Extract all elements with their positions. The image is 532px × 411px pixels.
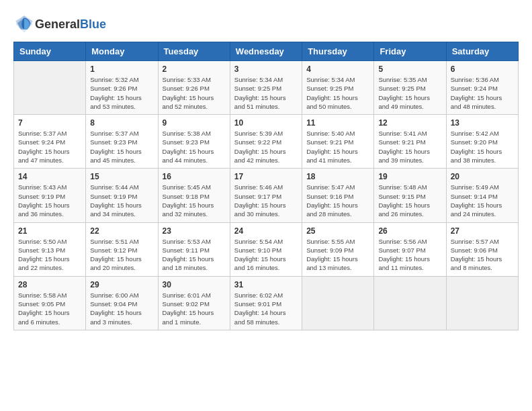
day-info: Sunrise: 5:46 AM Sunset: 9:17 PM Dayligh… [234,183,298,218]
day-info: Sunrise: 5:44 AM Sunset: 9:19 PM Dayligh… [90,183,153,218]
week-row-1: 1Sunrise: 5:32 AM Sunset: 9:26 PM Daylig… [14,61,519,115]
calendar-cell: 13Sunrise: 5:42 AM Sunset: 9:20 PM Dayli… [446,115,518,169]
logo: General Blue [13,13,106,35]
day-number: 4 [306,64,369,74]
day-info: Sunrise: 5:38 AM Sunset: 9:23 PM Dayligh… [163,129,226,165]
calendar-cell: 18Sunrise: 5:47 AM Sunset: 9:16 PM Dayli… [302,169,374,222]
day-info: Sunrise: 5:37 AM Sunset: 9:24 PM Dayligh… [18,129,81,165]
weekday-header-friday: Friday [374,42,446,61]
week-row-5: 28Sunrise: 5:58 AM Sunset: 9:05 PM Dayli… [14,276,519,330]
day-info: Sunrise: 5:36 AM Sunset: 9:24 PM Dayligh… [451,75,514,111]
calendar-cell: 9Sunrise: 5:38 AM Sunset: 9:23 PM Daylig… [158,115,230,169]
calendar-cell: 22Sunrise: 5:51 AM Sunset: 9:12 PM Dayli… [86,222,158,276]
day-number: 13 [451,118,514,128]
calendar-cell [374,276,446,330]
weekday-header-tuesday: Tuesday [158,42,230,61]
day-info: Sunrise: 5:47 AM Sunset: 9:16 PM Dayligh… [306,183,369,218]
day-number: 29 [90,280,153,289]
day-info: Sunrise: 5:33 AM Sunset: 9:26 PM Dayligh… [163,75,226,111]
day-number: 19 [378,172,441,181]
calendar-cell: 23Sunrise: 5:53 AM Sunset: 9:11 PM Dayli… [158,222,230,276]
calendar-cell: 21Sunrise: 5:50 AM Sunset: 9:13 PM Dayli… [14,222,86,276]
day-number: 5 [378,64,441,74]
day-info: Sunrise: 5:39 AM Sunset: 9:22 PM Dayligh… [234,129,298,165]
day-number: 16 [163,172,226,181]
day-number: 7 [18,118,81,128]
day-number: 15 [90,172,153,181]
calendar-cell: 4Sunrise: 5:34 AM Sunset: 9:25 PM Daylig… [302,61,374,115]
day-info: Sunrise: 5:50 AM Sunset: 9:13 PM Dayligh… [18,237,81,273]
day-info: Sunrise: 5:48 AM Sunset: 9:15 PM Dayligh… [378,183,441,218]
day-info: Sunrise: 5:53 AM Sunset: 9:11 PM Dayligh… [163,237,226,273]
day-info: Sunrise: 5:42 AM Sunset: 9:20 PM Dayligh… [451,129,514,165]
calendar-cell: 8Sunrise: 5:37 AM Sunset: 9:23 PM Daylig… [86,115,158,169]
day-info: Sunrise: 5:45 AM Sunset: 9:18 PM Dayligh… [163,183,226,218]
day-info: Sunrise: 5:34 AM Sunset: 9:25 PM Dayligh… [234,75,298,111]
calendar-cell [302,276,374,330]
day-info: Sunrise: 5:56 AM Sunset: 9:07 PM Dayligh… [378,237,441,273]
day-number: 23 [163,226,226,236]
day-info: Sunrise: 5:54 AM Sunset: 9:10 PM Dayligh… [234,237,298,273]
calendar-cell: 24Sunrise: 5:54 AM Sunset: 9:10 PM Dayli… [230,222,302,276]
calendar-cell: 28Sunrise: 5:58 AM Sunset: 9:05 PM Dayli… [14,276,86,330]
logo-blue: Blue [80,17,106,32]
day-info: Sunrise: 5:32 AM Sunset: 9:26 PM Dayligh… [90,75,153,111]
calendar-cell: 19Sunrise: 5:48 AM Sunset: 9:15 PM Dayli… [374,169,446,222]
calendar-cell: 16Sunrise: 5:45 AM Sunset: 9:18 PM Dayli… [158,169,230,222]
day-info: Sunrise: 5:34 AM Sunset: 9:25 PM Dayligh… [306,75,369,111]
calendar-cell: 31Sunrise: 6:02 AM Sunset: 9:01 PM Dayli… [230,276,302,330]
day-number: 26 [378,226,441,236]
calendar-cell: 26Sunrise: 5:56 AM Sunset: 9:07 PM Dayli… [374,222,446,276]
day-info: Sunrise: 5:51 AM Sunset: 9:12 PM Dayligh… [90,237,153,273]
day-number: 10 [234,118,298,128]
weekday-header-wednesday: Wednesday [230,42,302,61]
calendar-cell: 2Sunrise: 5:33 AM Sunset: 9:26 PM Daylig… [158,61,230,115]
calendar-cell: 7Sunrise: 5:37 AM Sunset: 9:24 PM Daylig… [14,115,86,169]
day-number: 25 [306,226,369,236]
day-info: Sunrise: 5:55 AM Sunset: 9:09 PM Dayligh… [306,237,369,273]
day-number: 21 [18,226,81,236]
calendar-cell: 6Sunrise: 5:36 AM Sunset: 9:24 PM Daylig… [446,61,518,115]
weekday-header-saturday: Saturday [446,42,518,61]
page-header: General Blue [13,13,519,35]
day-info: Sunrise: 5:43 AM Sunset: 9:19 PM Dayligh… [18,183,81,218]
calendar-cell: 1Sunrise: 5:32 AM Sunset: 9:26 PM Daylig… [86,61,158,115]
calendar-cell: 14Sunrise: 5:43 AM Sunset: 9:19 PM Dayli… [14,169,86,222]
day-number: 9 [163,118,226,128]
day-number: 20 [451,172,514,181]
calendar-table: SundayMondayTuesdayWednesdayThursdayFrid… [13,42,519,330]
calendar-cell [446,276,518,330]
day-number: 6 [451,64,514,74]
day-number: 28 [18,280,81,289]
day-info: Sunrise: 5:58 AM Sunset: 9:05 PM Dayligh… [18,291,81,326]
calendar-cell: 15Sunrise: 5:44 AM Sunset: 9:19 PM Dayli… [86,169,158,222]
calendar-cell: 25Sunrise: 5:55 AM Sunset: 9:09 PM Dayli… [302,222,374,276]
day-number: 30 [163,280,226,289]
day-info: Sunrise: 5:35 AM Sunset: 9:25 PM Dayligh… [378,75,441,111]
calendar-cell: 5Sunrise: 5:35 AM Sunset: 9:25 PM Daylig… [374,61,446,115]
logo-general: General [35,17,80,32]
calendar-cell: 29Sunrise: 6:00 AM Sunset: 9:04 PM Dayli… [86,276,158,330]
calendar-cell: 3Sunrise: 5:34 AM Sunset: 9:25 PM Daylig… [230,61,302,115]
day-info: Sunrise: 6:02 AM Sunset: 9:01 PM Dayligh… [234,291,298,326]
calendar-cell: 10Sunrise: 5:39 AM Sunset: 9:22 PM Dayli… [230,115,302,169]
day-number: 12 [378,118,441,128]
weekday-header-row: SundayMondayTuesdayWednesdayThursdayFrid… [14,42,519,61]
day-number: 8 [90,118,153,128]
weekday-header-thursday: Thursday [302,42,374,61]
week-row-4: 21Sunrise: 5:50 AM Sunset: 9:13 PM Dayli… [14,222,519,276]
calendar-cell [14,61,86,115]
day-number: 22 [90,226,153,236]
day-info: Sunrise: 5:57 AM Sunset: 9:06 PM Dayligh… [451,237,514,273]
day-info: Sunrise: 6:00 AM Sunset: 9:04 PM Dayligh… [90,291,153,326]
weekday-header-sunday: Sunday [14,42,86,61]
calendar-cell: 11Sunrise: 5:40 AM Sunset: 9:21 PM Dayli… [302,115,374,169]
week-row-3: 14Sunrise: 5:43 AM Sunset: 9:19 PM Dayli… [14,169,519,222]
day-number: 24 [234,226,298,236]
calendar-cell: 12Sunrise: 5:41 AM Sunset: 9:21 PM Dayli… [374,115,446,169]
day-number: 18 [306,172,369,181]
calendar-cell: 17Sunrise: 5:46 AM Sunset: 9:17 PM Dayli… [230,169,302,222]
day-number: 2 [163,64,226,74]
day-info: Sunrise: 5:40 AM Sunset: 9:21 PM Dayligh… [306,129,369,165]
week-row-2: 7Sunrise: 5:37 AM Sunset: 9:24 PM Daylig… [14,115,519,169]
